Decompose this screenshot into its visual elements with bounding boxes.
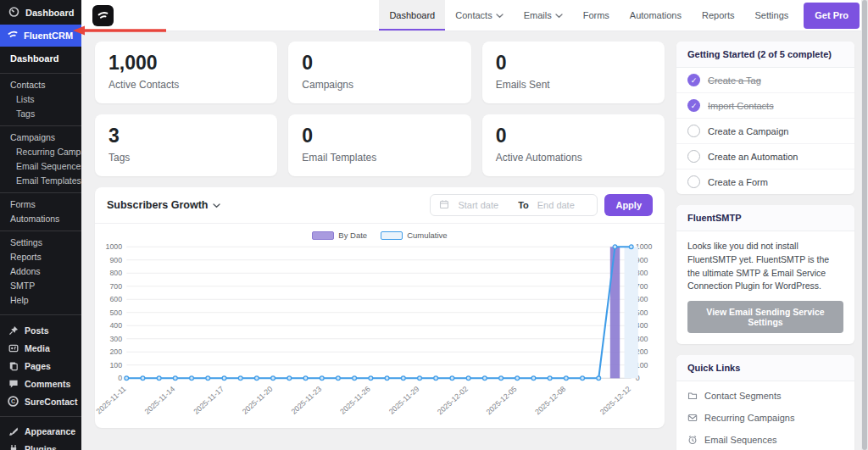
link-label: Email Sequences xyxy=(704,435,777,445)
chevron-down-icon xyxy=(213,199,220,211)
svg-text:2025-12-05: 2025-12-05 xyxy=(485,385,519,417)
menu-divider xyxy=(0,416,81,417)
tab-settings[interactable]: Settings xyxy=(745,0,799,31)
chart-legend: By Date Cumulative xyxy=(95,224,665,240)
fc-menu-recurring-campaigns[interactable]: Recurring Campaigns xyxy=(0,145,81,159)
growth-chart-svg: 0010010020020030030040040050050060060070… xyxy=(95,240,665,428)
fc-menu-settings[interactable]: Settings xyxy=(0,236,81,250)
quick-links-title: Quick Links xyxy=(676,355,854,381)
gs-item-create-an-automation[interactable]: Create an Automation xyxy=(676,144,854,169)
sidebar-item-appearance[interactable]: Appearance xyxy=(0,422,81,440)
gs-item-label: Create a Tag xyxy=(708,75,761,86)
by-date-swatch xyxy=(312,231,334,240)
link-contact-segments[interactable]: Contact Segments xyxy=(687,385,843,407)
svg-text:1000: 1000 xyxy=(106,242,123,251)
fc-menu-campaigns[interactable]: Campaigns xyxy=(0,131,81,145)
sidebar-item-comments[interactable]: Comments xyxy=(0,375,81,392)
tab-reports[interactable]: Reports xyxy=(692,0,745,31)
gs-item-create-a-form[interactable]: Create a Form xyxy=(676,169,854,194)
legend-cumulative[interactable]: Cumulative xyxy=(381,231,448,240)
chart-title-dropdown[interactable]: Subscribers Growth xyxy=(107,199,220,211)
fc-menu-lists[interactable]: Lists xyxy=(0,92,81,107)
svg-text:400: 400 xyxy=(109,321,122,330)
gs-item-create-a-campaign[interactable]: Create a Campaign xyxy=(676,119,854,144)
fc-menu-email-templates[interactable]: Email Templates xyxy=(0,174,81,188)
fc-menu-contacts[interactable]: Contacts xyxy=(0,78,81,92)
stat-card-active-automations: 0 Active Automations xyxy=(482,114,665,176)
gs-item-import-contacts[interactable]: ✓ Import Contacts xyxy=(676,93,854,119)
svg-text:100: 100 xyxy=(109,361,122,369)
legend-by-date[interactable]: By Date xyxy=(312,231,367,240)
chart-title: Subscribers Growth xyxy=(107,199,208,211)
fc-menu-automations[interactable]: Automations xyxy=(0,212,81,226)
menu-divider xyxy=(0,314,81,315)
tab-label: Forms xyxy=(583,10,609,20)
sidebar-item-label: FluentCRM xyxy=(24,31,73,41)
pages-icon xyxy=(8,360,19,371)
plugins-icon xyxy=(8,443,19,450)
sidebar-item-label: Media xyxy=(25,343,50,353)
fc-menu-email-sequences[interactable]: Email Sequences xyxy=(0,159,81,174)
fluentcrm-icon xyxy=(7,29,19,42)
svg-text:C: C xyxy=(11,398,15,404)
chevron-down-icon xyxy=(555,10,563,20)
menu-divider xyxy=(0,231,81,231)
calendar-icon xyxy=(439,199,449,211)
svg-text:200: 200 xyxy=(109,347,122,356)
cumulative-swatch xyxy=(381,231,403,240)
stat-label: Active Automations xyxy=(496,152,651,164)
fluentcrm-logo[interactable] xyxy=(92,5,114,26)
fc-menu-dashboard[interactable]: Dashboard xyxy=(0,49,81,69)
fc-menu-forms[interactable]: Forms xyxy=(0,197,81,212)
sidebar-item-label: Pages xyxy=(25,361,51,371)
svg-text:2025-11-11: 2025-11-11 xyxy=(95,385,128,416)
legend-label: By Date xyxy=(338,231,367,240)
fc-menu-tags[interactable]: Tags xyxy=(0,107,81,121)
tab-automations[interactable]: Automations xyxy=(620,0,692,31)
scrollbar[interactable] xyxy=(861,0,868,450)
stat-card-tags: 3 Tags xyxy=(95,114,277,176)
sidebar-item-wp-dashboard[interactable]: Dashboard xyxy=(0,0,81,25)
tab-forms[interactable]: Forms xyxy=(573,0,620,31)
chevron-down-icon xyxy=(496,10,504,20)
tab-contacts[interactable]: Contacts xyxy=(445,0,513,31)
link-email-sequences[interactable]: Email Sequences xyxy=(687,429,843,450)
tab-dashboard[interactable]: Dashboard xyxy=(379,0,445,31)
sidebar-item-posts[interactable]: Posts xyxy=(0,321,81,339)
svg-text:2025-11-14: 2025-11-14 xyxy=(143,385,177,416)
check-circle-icon: ✓ xyxy=(687,99,700,112)
scrollbar-thumb[interactable] xyxy=(862,0,867,450)
dashboard-content: 1,000 Active Contacts 0 Campaigns 0 Emai… xyxy=(81,31,861,450)
gs-item-create-a-tag[interactable]: ✓ Create a Tag xyxy=(676,68,854,93)
tab-label: Automations xyxy=(630,10,682,20)
fc-menu-help[interactable]: Help xyxy=(0,293,81,308)
svg-text:900: 900 xyxy=(109,256,122,264)
view-email-sending-settings-button[interactable]: View Email Sending Service Settings xyxy=(687,301,843,333)
tab-emails[interactable]: Emails xyxy=(514,0,573,31)
svg-text:700: 700 xyxy=(109,282,122,291)
get-pro-button[interactable]: Get Pro xyxy=(804,3,860,29)
apply-button[interactable]: Apply xyxy=(604,194,653,216)
sidebar-item-label: Appearance xyxy=(25,426,75,436)
start-date-input[interactable]: Start date xyxy=(458,200,509,210)
comments-icon xyxy=(8,378,19,389)
svg-text:600: 600 xyxy=(109,295,122,303)
pin-icon xyxy=(8,325,19,336)
end-date-input[interactable]: End date xyxy=(537,200,589,210)
fc-menu-addons[interactable]: Addons xyxy=(0,264,81,279)
subscribers-growth-card: Subscribers Growth Start date To End dat… xyxy=(95,187,665,428)
fc-menu-smtp[interactable]: SMTP xyxy=(0,279,81,293)
stat-value: 0 xyxy=(302,52,457,75)
date-range-picker[interactable]: Start date To End date xyxy=(430,194,598,216)
sidebar-item-surecontact[interactable]: C SureContact xyxy=(0,392,81,410)
sidebar-item-media[interactable]: Media xyxy=(0,339,81,357)
stat-label: Active Contacts xyxy=(108,79,264,91)
svg-text:0: 0 xyxy=(118,374,122,382)
fc-menu-reports[interactable]: Reports xyxy=(0,250,81,264)
sidebar-item-plugins[interactable]: Plugins xyxy=(0,440,81,450)
getting-started-card: Getting Started (2 of 5 complete) ✓ Crea… xyxy=(676,42,854,194)
link-recurring-campaigns[interactable]: Recurring Campaigns xyxy=(687,407,843,429)
sidebar-item-pages[interactable]: Pages xyxy=(0,357,81,375)
sidebar-item-fluentcrm[interactable]: FluentCRM xyxy=(0,25,81,47)
stat-label: Email Templates xyxy=(302,152,457,164)
